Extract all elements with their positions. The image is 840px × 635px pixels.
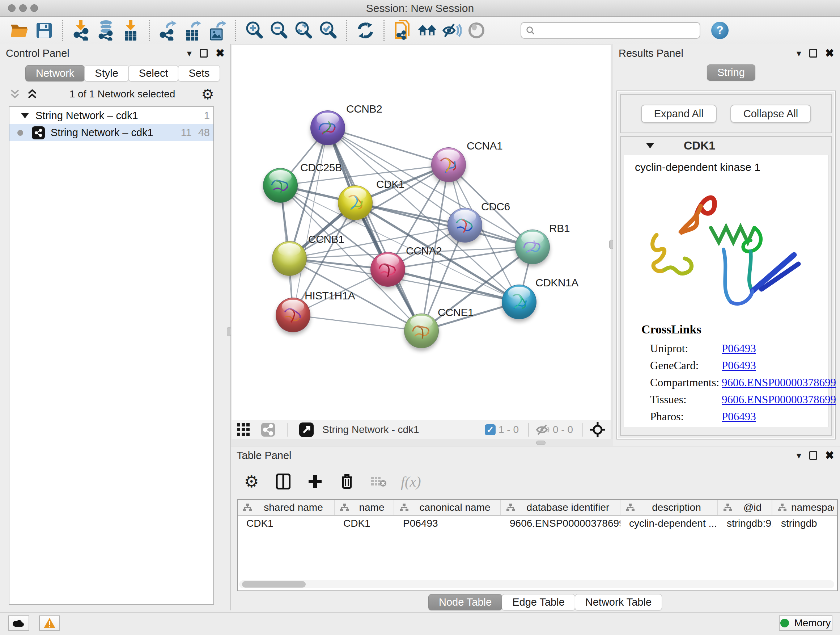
table-header-row: shared namenamecanonical namedatabase id…	[238, 500, 837, 516]
node-CDK1[interactable]	[338, 185, 373, 220]
node-HIST1H1A[interactable]	[276, 298, 310, 333]
grid-view-button[interactable]	[234, 419, 253, 440]
expand-all-icon[interactable]	[26, 88, 38, 100]
search-input[interactable]	[538, 25, 695, 36]
expand-all-button[interactable]: Expand All	[641, 105, 717, 123]
table-row[interactable]: CDK1CDK1P064939606.ENSP00000378699cyclin…	[238, 516, 837, 531]
scrollbar-thumb[interactable]	[242, 581, 306, 587]
crosslink-link[interactable]: 9606.ENSP00000378699	[722, 376, 836, 389]
tab-node-table[interactable]: Node Table	[428, 594, 502, 610]
float-panel-icon[interactable]: ▾	[187, 49, 192, 58]
crosslink-link[interactable]: P06493	[722, 342, 756, 355]
zoom-fit-icon	[294, 21, 313, 40]
export-network-button[interactable]	[158, 20, 178, 41]
crosslink-link[interactable]: 9606.ENSP00000378699	[722, 393, 836, 406]
column-header-description[interactable]: description	[621, 500, 718, 515]
minimize-window-button[interactable]	[19, 4, 27, 12]
zoom-fit-button[interactable]	[294, 20, 313, 41]
tab-network[interactable]: Network	[25, 65, 85, 81]
close-panel-icon[interactable]: ✖	[825, 450, 834, 461]
column-header-@id[interactable]: @id	[718, 500, 772, 515]
warnings-button[interactable]	[39, 616, 60, 631]
selected-nodes-checkbox[interactable]: ✓	[485, 424, 496, 435]
collapse-all-button[interactable]: Collapse All	[730, 105, 812, 123]
tab-style[interactable]: Style	[84, 65, 128, 81]
network-options-gear-icon[interactable]: ⚙	[201, 87, 214, 101]
edge-CCNA2-CDKN1A[interactable]	[388, 269, 519, 302]
open-session-button[interactable]	[10, 20, 29, 41]
node-CDC25B[interactable]	[263, 168, 298, 203]
network-collection-row[interactable]: String Network – cdk1 1	[9, 107, 213, 124]
memory-button[interactable]: Memory	[779, 616, 832, 631]
tab-select[interactable]: Select	[128, 65, 179, 81]
hidden-eye-icon[interactable]	[535, 424, 550, 435]
zoom-selected-button[interactable]	[318, 20, 338, 41]
network-canvas[interactable]: CCNB2CCNA1CDC25BCDK1CDC6RB1CCNB1CCNA2CDK…	[232, 45, 611, 420]
column-header-shared-name[interactable]: shared name	[238, 500, 335, 515]
structure-images-toggle-button[interactable]	[467, 20, 486, 41]
node-CCNA1[interactable]	[431, 147, 466, 182]
edge-CCNB2-HIST1H1A[interactable]	[293, 128, 328, 315]
column-header-name[interactable]: name	[335, 500, 394, 515]
cloud-button[interactable]	[8, 616, 29, 631]
collection-expander-icon[interactable]	[21, 113, 29, 119]
maximize-panel-icon[interactable]	[200, 49, 208, 57]
column-header-namespace[interactable]: namespace	[772, 500, 838, 515]
close-panel-icon[interactable]: ✖	[825, 48, 834, 59]
edge-HIST1H1A-CCNE1[interactable]	[293, 315, 422, 331]
crosslink-link[interactable]: P06493	[722, 359, 756, 372]
network-share-view-button[interactable]	[258, 419, 278, 440]
clone-network-button[interactable]	[393, 20, 412, 41]
column-header-canonical-name[interactable]: canonical name	[394, 500, 501, 515]
string-home-button[interactable]	[417, 20, 437, 41]
table-options-gear-icon[interactable]: ⚙	[242, 471, 261, 492]
tab-sets[interactable]: Sets	[178, 65, 220, 81]
import-table-button[interactable]	[121, 20, 141, 41]
string-glass-toggle-button[interactable]	[442, 20, 462, 41]
maximize-panel-icon[interactable]	[809, 451, 817, 460]
node-CCNA2[interactable]	[370, 252, 405, 287]
birdseye-crosshair-icon[interactable]	[590, 422, 606, 438]
horizontal-splitter-handle[interactable]	[536, 440, 546, 445]
export-image-button[interactable]	[207, 20, 227, 41]
section-expander-icon[interactable]	[646, 143, 654, 149]
edge-CCNB2-CCNA1[interactable]	[328, 128, 448, 165]
function-builder-button[interactable]: f(x)	[401, 473, 421, 490]
collapse-all-icon[interactable]	[9, 88, 21, 100]
tab-network-table[interactable]: Network Table	[575, 594, 662, 610]
node-CDC6[interactable]	[447, 208, 482, 242]
network-row[interactable]: String Network – cdk1 11 48	[9, 124, 213, 141]
delete-table-button[interactable]	[369, 471, 388, 492]
tab-edge-table[interactable]: Edge Table	[502, 594, 575, 610]
refresh-button[interactable]	[355, 20, 375, 41]
help-button[interactable]: ?	[711, 22, 729, 39]
node-CCNB1[interactable]	[272, 241, 307, 276]
close-window-button[interactable]	[8, 4, 16, 12]
close-panel-icon[interactable]: ✖	[216, 48, 225, 59]
node-RB1[interactable]	[515, 230, 550, 264]
zoom-out-button[interactable]	[269, 20, 289, 41]
node-table[interactable]: shared namenamecanonical namedatabase id…	[237, 499, 838, 591]
open-in-window-button[interactable]	[297, 419, 316, 440]
zoom-in-button[interactable]	[245, 20, 264, 41]
crosslink-link[interactable]: P06493	[722, 410, 756, 423]
vertical-splitter-handle[interactable]	[227, 327, 231, 336]
node-CDKN1A[interactable]	[502, 285, 537, 319]
export-table-button[interactable]	[183, 20, 202, 41]
tab-string[interactable]: String	[707, 65, 755, 81]
show-columns-button[interactable]	[273, 471, 293, 492]
maximize-panel-icon[interactable]	[809, 49, 817, 57]
float-panel-icon[interactable]: ▾	[797, 49, 801, 58]
import-network-from-database-button[interactable]	[96, 20, 116, 41]
node-CCNB2[interactable]	[310, 111, 345, 145]
save-session-button[interactable]	[34, 20, 54, 41]
column-header-database-identifier[interactable]: database identifier	[501, 500, 621, 515]
node-CCNE1[interactable]	[404, 314, 439, 348]
add-column-button[interactable]	[305, 471, 325, 492]
delete-column-button[interactable]	[337, 471, 357, 492]
node-section-header[interactable]: CDK1	[621, 137, 831, 154]
zoom-window-button[interactable]	[30, 4, 38, 12]
table-horizontal-scrollbar[interactable]	[239, 580, 834, 588]
import-network-button[interactable]	[72, 20, 91, 41]
float-panel-icon[interactable]: ▾	[797, 451, 801, 460]
